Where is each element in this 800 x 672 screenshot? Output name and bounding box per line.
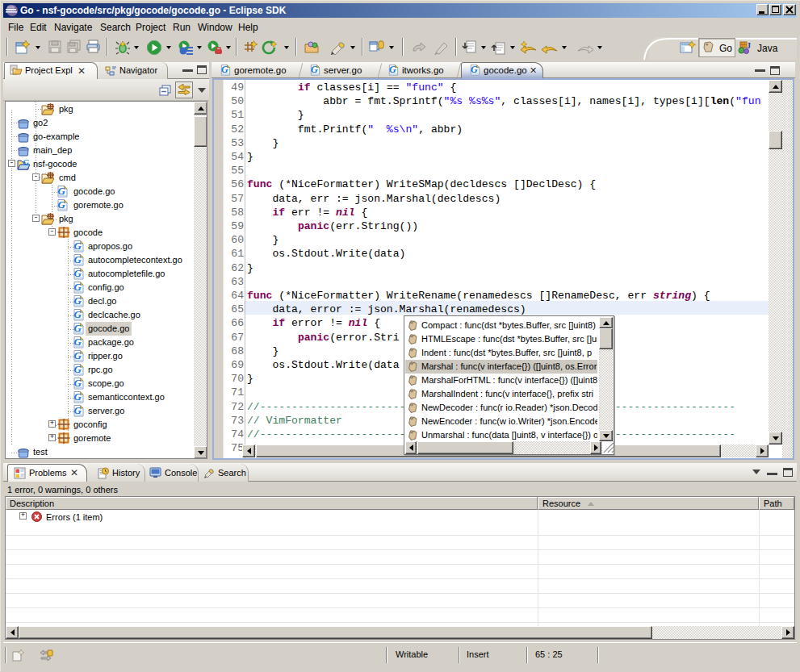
svg-text:J: J <box>747 41 751 50</box>
